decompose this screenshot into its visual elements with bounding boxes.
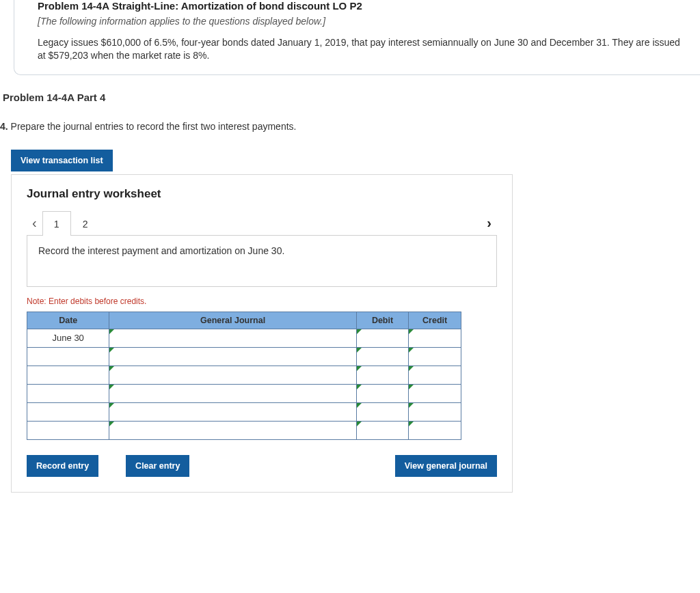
chevron-right-icon[interactable]: › xyxy=(481,210,497,235)
cell-credit[interactable] xyxy=(409,384,461,402)
part-title: Problem 14-4A Part 4 xyxy=(3,92,700,103)
table-row xyxy=(27,402,461,421)
tab-1[interactable]: 1 xyxy=(42,211,71,236)
cell-account[interactable] xyxy=(109,402,356,421)
cell-account[interactable] xyxy=(109,421,356,439)
cell-account[interactable] xyxy=(109,347,356,366)
cell-debit[interactable] xyxy=(356,384,409,402)
cell-date[interactable] xyxy=(27,366,109,384)
cell-credit[interactable] xyxy=(409,366,461,384)
cell-credit[interactable] xyxy=(409,421,461,439)
table-row: June 30 xyxy=(27,329,461,347)
cell-credit[interactable] xyxy=(409,329,461,347)
problem-header-box: Problem 14-4A Straight-Line: Amortizatio… xyxy=(14,0,700,75)
cell-account[interactable] xyxy=(109,366,356,384)
cell-debit[interactable] xyxy=(356,366,409,384)
table-row xyxy=(27,384,461,402)
worksheet-title: Journal entry worksheet xyxy=(27,187,497,201)
table-header-row: Date General Journal Debit Credit xyxy=(27,312,461,329)
cell-debit[interactable] xyxy=(356,421,409,439)
table-row xyxy=(27,421,461,439)
problem-applies: [The following information applies to th… xyxy=(38,16,686,27)
cell-account[interactable] xyxy=(109,329,356,347)
cell-date[interactable]: June 30 xyxy=(27,329,109,347)
note-text: Note: Enter debits before credits. xyxy=(27,296,497,306)
entry-prompt-box: Record the interest payment and amortiza… xyxy=(27,236,497,287)
problem-body: Legacy issues $610,000 of 6.5%, four-yea… xyxy=(38,36,686,62)
problem-title: Problem 14-4A Straight-Line: Amortizatio… xyxy=(38,0,686,12)
cell-credit[interactable] xyxy=(409,402,461,421)
question-number: 4. xyxy=(0,121,8,132)
chevron-left-icon[interactable]: ‹ xyxy=(27,210,42,235)
col-header-credit: Credit xyxy=(409,312,461,329)
journal-entry-worksheet: Journal entry worksheet ‹ 1 2 › Record t… xyxy=(11,174,513,493)
clear-entry-button[interactable]: Clear entry xyxy=(126,455,189,477)
cell-date[interactable] xyxy=(27,347,109,366)
col-header-date: Date xyxy=(27,312,109,329)
cell-debit[interactable] xyxy=(356,347,409,366)
entry-prompt: Record the interest payment and amortiza… xyxy=(38,245,284,256)
instruction-text: Prepare the journal entries to record th… xyxy=(11,121,297,132)
part-instruction: 4. Prepare the journal entries to record… xyxy=(0,121,700,132)
cell-debit[interactable] xyxy=(356,329,409,347)
tab-2[interactable]: 2 xyxy=(71,211,100,236)
worksheet-button-row: Record entry Clear entry View general jo… xyxy=(27,455,497,477)
tab-row: ‹ 1 2 › xyxy=(27,210,497,236)
cell-debit[interactable] xyxy=(356,402,409,421)
col-header-debit: Debit xyxy=(356,312,409,329)
col-header-general-journal: General Journal xyxy=(109,312,356,329)
journal-entry-table: Date General Journal Debit Credit June 3… xyxy=(27,312,461,440)
cell-credit[interactable] xyxy=(409,347,461,366)
cell-date[interactable] xyxy=(27,402,109,421)
cell-date[interactable] xyxy=(27,421,109,439)
table-row xyxy=(27,347,461,366)
view-general-journal-button[interactable]: View general journal xyxy=(395,455,497,477)
record-entry-button[interactable]: Record entry xyxy=(27,455,98,477)
table-row xyxy=(27,366,461,384)
view-transaction-list-button[interactable]: View transaction list xyxy=(11,150,113,171)
cell-account[interactable] xyxy=(109,384,356,402)
cell-date[interactable] xyxy=(27,384,109,402)
